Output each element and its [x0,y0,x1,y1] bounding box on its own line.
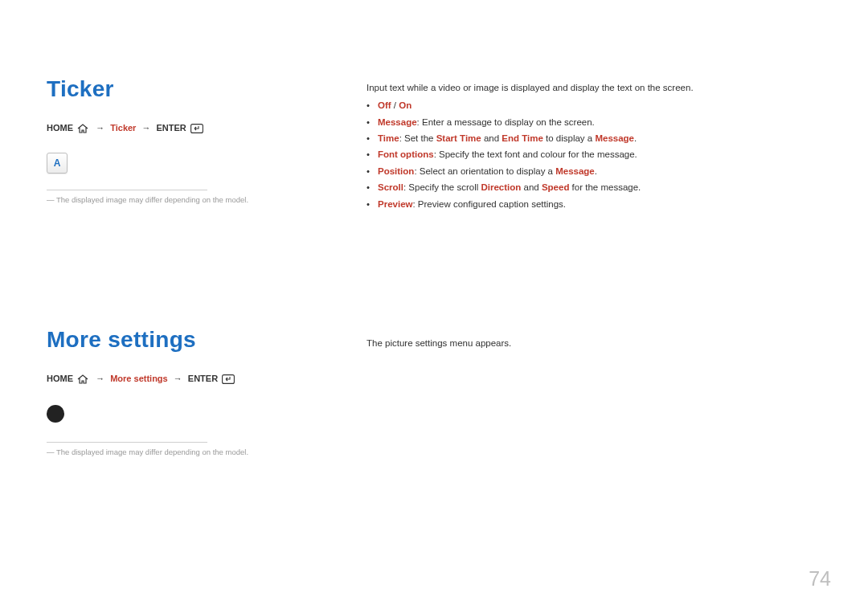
preview-label: Preview [378,199,412,209]
bullet-preview: Preview: Preview configured caption sett… [366,197,821,211]
circle-icon [47,405,64,423]
time-dot: . [634,133,637,143]
position-msg-label: Message [555,166,595,176]
scroll-text2: and [521,182,542,192]
message-label: Message [378,117,417,127]
start-time-label: Start Time [436,133,481,143]
more-settings-intro: The picture settings menu appears. [366,337,821,350]
scroll-text3: for the message. [569,182,641,192]
nav-step-more-settings: More settings [110,374,168,383]
nav-home-label: HOME [47,123,73,133]
time-text3: to display a [543,133,596,143]
off-label: Off [378,100,391,110]
letter-a-icon: A [47,153,68,174]
home-icon [77,374,88,384]
font-options-label: Font options [378,149,434,159]
position-text1: : Select an orientation to display a [414,166,555,176]
enter-icon [222,374,235,384]
footnote-ticker: The displayed image may differ depending… [47,195,320,204]
nav-enter-label: ENTER [188,374,218,383]
on-label: On [399,100,411,110]
arrow-icon: → [96,123,104,133]
ticker-intro: Input text while a video or image is dis… [366,81,821,95]
scroll-text1: : Specify the scroll [403,182,481,192]
heading-more-settings: More settings [47,327,320,353]
time-label: Time [378,133,399,143]
speed-label: Speed [542,182,570,192]
position-label: Position [378,166,414,176]
home-icon [77,124,88,133]
bullet-message: Message: Enter a message to display on t… [366,115,821,129]
preview-text: : Preview configured caption settings. [412,199,566,209]
bullet-scroll: Scroll: Specify the scroll Direction and… [366,180,821,194]
scroll-label: Scroll [378,182,403,192]
time-msg-label: Message [595,133,634,143]
page-number: 74 [809,567,831,591]
position-dot: . [595,166,597,176]
bullet-position: Position: Select an orientation to displ… [366,164,821,178]
divider [47,442,207,443]
nav-enter-label: ENTER [157,123,186,133]
slash: / [391,100,399,110]
footnote-more-settings: The displayed image may differ depending… [47,447,320,456]
arrow-icon: → [96,374,104,383]
navpath-ticker: HOME → Ticker → ENTER [47,123,320,133]
nav-home-label: HOME [47,374,73,383]
arrow-icon: → [174,374,182,383]
bullet-off-on: Off / On [366,98,821,112]
navpath-more-settings: HOME → More settings → ENTER [47,374,320,384]
ticker-app-icon: A [47,153,320,174]
arrow-icon: → [141,123,150,133]
message-text: : Enter a message to display on the scre… [417,117,595,127]
direction-label: Direction [481,182,521,192]
end-time-label: End Time [502,133,543,143]
time-text1: : Set the [399,133,436,143]
time-text2: and [481,133,502,143]
divider [47,190,207,190]
bullet-font-options: Font options: Specify the text font and … [366,147,821,161]
enter-icon [190,124,203,133]
font-options-text: : Specify the text font and colour for t… [434,149,637,159]
more-settings-app-icon [47,403,320,426]
heading-ticker: Ticker [47,76,320,102]
bullet-time: Time: Set the Start Time and End Time to… [366,131,821,145]
nav-step-ticker: Ticker [110,123,136,133]
